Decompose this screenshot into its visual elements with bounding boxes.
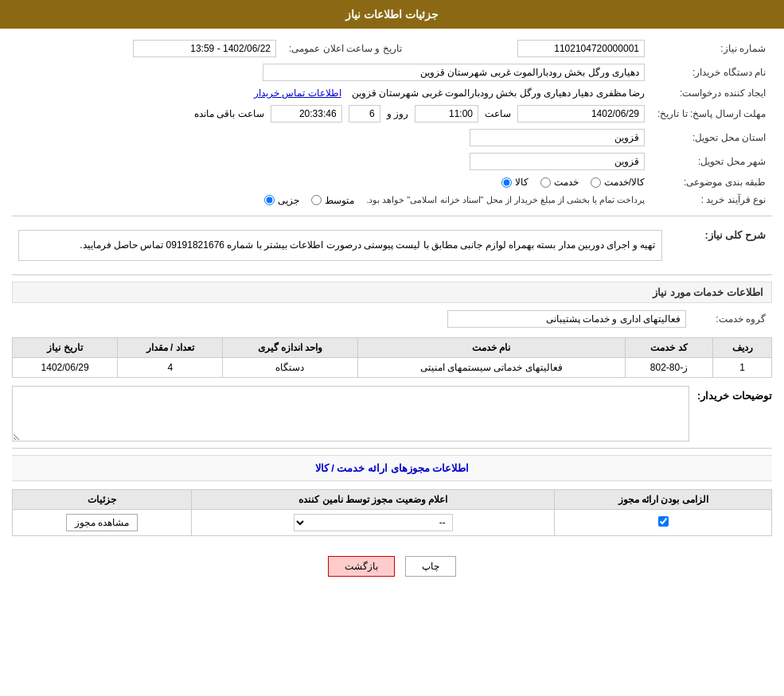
col-row-num: ردیف	[713, 338, 772, 358]
description-label: شرح کلی نیاز:	[669, 223, 772, 269]
buyer-org-input	[263, 64, 645, 81]
perm-details-cell: مشاهده مجوز	[13, 510, 192, 536]
khedmat-label: خدمت	[554, 177, 579, 188]
radio-kala[interactable]: کالا	[501, 177, 529, 188]
col-service-code: کد خدمت	[625, 338, 712, 358]
buyer-org-label: نام دستگاه خریدار:	[651, 60, 772, 84]
response-date-input	[517, 105, 645, 122]
perm-col-details: جزئیات	[13, 490, 192, 510]
service-group-table: گروه خدمت:	[12, 307, 772, 331]
col-unit: واحد اندازه گیری	[223, 338, 357, 358]
permissions-section-link[interactable]: اطلاعات مجوزهای ارائه خدمت / کالا	[12, 455, 772, 481]
city-input	[470, 153, 645, 170]
creator-value: رضا مظفری دهیار دهیاری ورگل بخش رودبارال…	[352, 87, 645, 99]
mota-label: متوسط	[325, 195, 354, 206]
service-group-label: گروه خدمت:	[692, 307, 772, 331]
services-section-title: اطلاعات خدمات مورد نیاز	[12, 282, 772, 303]
main-content: شماره نیاز: تاریخ و ساعت اعلان عمومی: نا…	[0, 29, 784, 597]
radio-mota[interactable]: متوسط	[311, 195, 354, 206]
col-quantity: تعداد / مقدار	[118, 338, 223, 358]
page-wrapper: جزئیات اطلاعات نیاز شماره نیاز: تاریخ و …	[0, 0, 784, 696]
kala-khedmat-label: کالا/خدمت	[604, 177, 645, 188]
time-label: ساعت	[485, 108, 511, 119]
perm-required-checkbox[interactable]	[658, 516, 669, 527]
radio-kala-khedmat[interactable]: کالا/خدمت	[591, 177, 645, 188]
creator-label: ایجاد کننده درخواست:	[651, 84, 772, 102]
perm-status-cell: --	[192, 510, 555, 536]
col-service-name: نام خدمت	[357, 338, 625, 358]
col-need-date: تاریخ نیاز	[13, 338, 118, 358]
remaining-input	[271, 105, 342, 122]
radio-kala-khedmat-input[interactable]	[591, 177, 601, 188]
divider-2	[12, 274, 772, 275]
cell-service-name: فعالیتهای خدماتی سیستمهای امنیتی	[357, 358, 625, 378]
description-text: تهیه و اجرای دوربین مدار بسته بهمراه لوا…	[80, 239, 655, 251]
cell-need-date: 1402/06/29	[13, 358, 118, 378]
view-permit-button[interactable]: مشاهده مجوز	[66, 514, 138, 531]
province-input	[470, 129, 645, 146]
perm-col-supplier-status: اعلام وضعیت مجوز توسط نامین کننده	[192, 490, 555, 510]
page-title: جزئیات اطلاعات نیاز	[345, 8, 439, 21]
city-label: شهر محل تحویل:	[651, 150, 772, 173]
cell-service-code: ز-80-802	[625, 358, 712, 378]
purchase-note: پرداخت تمام یا بخشی از مبلغ خریدار از مح…	[366, 195, 645, 205]
page-header: جزئیات اطلاعات نیاز	[0, 0, 784, 29]
announce-label: تاریخ و ساعت اعلان عمومی:	[283, 37, 408, 60]
deadline-label: مهلت ارسال پاسخ: تا تاریخ:	[651, 102, 772, 126]
basic-info-table: شماره نیاز: تاریخ و ساعت اعلان عمومی: نا…	[12, 37, 772, 209]
province-label: استان محل تحویل:	[651, 126, 772, 150]
radio-jozi[interactable]: جزیی	[264, 195, 299, 206]
days-input	[349, 105, 380, 122]
cell-unit: دستگاه	[223, 358, 357, 378]
perm-col-required: الزامی بودن ارائه مجوز	[555, 490, 772, 510]
cell-quantity: 4	[118, 358, 223, 378]
cell-row-num: 1	[713, 358, 772, 378]
kala-label: کالا	[515, 177, 529, 188]
supplier-status-select[interactable]: --	[294, 514, 453, 531]
contact-link[interactable]: اطلاعات تماس خریدار	[254, 87, 341, 99]
divider-3	[12, 448, 772, 449]
services-table: ردیف کد خدمت نام خدمت واحد اندازه گیری ت…	[12, 337, 772, 378]
service-group-input	[447, 310, 686, 328]
table-row: 1 ز-80-802 فعالیتهای خدماتی سیستمهای امن…	[13, 358, 772, 378]
description-box: تهیه و اجرای دوربین مدار بسته بهمراه لوا…	[18, 230, 662, 262]
response-time-input	[415, 105, 478, 122]
need-number-label: شماره نیاز:	[651, 37, 772, 60]
divider-1	[12, 216, 772, 216]
days-label: روز و	[387, 108, 408, 119]
purchase-type-label: نوع فرآیند خرید :	[651, 191, 772, 209]
radio-mota-input[interactable]	[311, 195, 322, 205]
announce-value-input	[133, 40, 276, 57]
buyer-notes-label: توضیحات خریدار:	[697, 386, 772, 402]
description-table: شرح کلی نیاز: تهیه و اجرای دوربین مدار ب…	[12, 223, 772, 269]
need-number-input	[517, 40, 645, 57]
radio-khedmat-input[interactable]	[540, 177, 551, 188]
remaining-label: ساعت باقی مانده	[194, 108, 264, 119]
permissions-table: الزامی بودن ارائه مجوز اعلام وضعیت مجوز …	[12, 489, 772, 536]
category-label: طبقه بندی موضوعی:	[651, 173, 772, 191]
list-item: -- مشاهده مجوز	[13, 510, 772, 536]
bottom-buttons: چاپ بازگشت	[12, 544, 772, 589]
buyer-notes-textarea[interactable]	[12, 386, 689, 441]
perm-required-cell	[555, 510, 772, 536]
back-button[interactable]: بازگشت	[328, 556, 395, 577]
radio-jozi-input[interactable]	[264, 195, 275, 205]
print-button[interactable]: چاپ	[405, 556, 456, 577]
jozi-label: جزیی	[278, 195, 299, 206]
notes-section: توضیحات خریدار:	[12, 386, 772, 441]
radio-kala-input[interactable]	[501, 177, 512, 188]
radio-khedmat[interactable]: خدمت	[540, 177, 579, 188]
